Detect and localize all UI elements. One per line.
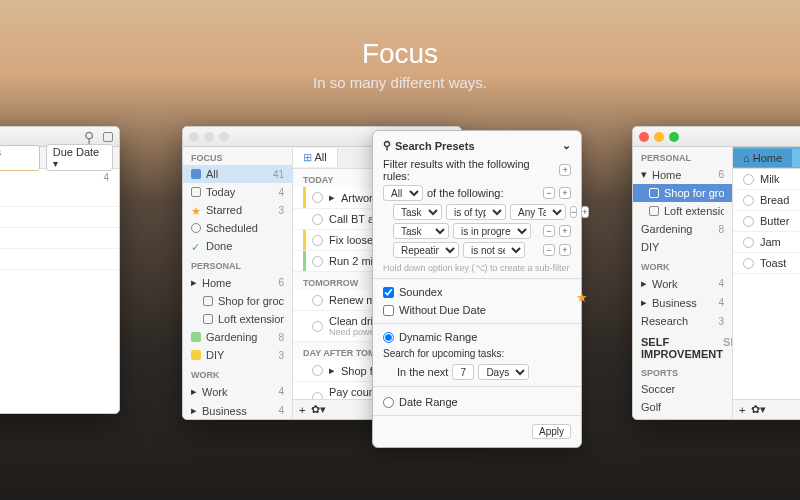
close-icon[interactable]: [639, 132, 649, 142]
minimize-icon[interactable]: [654, 132, 664, 142]
rule-all: All of the following: −+: [383, 185, 571, 201]
task-row[interactable]: Today: [0, 228, 119, 249]
sidebar-item-done[interactable]: ✓Done: [183, 237, 292, 255]
soundex-checkbox[interactable]: Soundex: [383, 283, 571, 301]
days-input[interactable]: [452, 364, 474, 380]
hint-text: Hold down option key (⌥) to create a sub…: [383, 263, 571, 273]
tabbar: ⌂ Home Shop for: [733, 147, 800, 169]
chevron-down-icon[interactable]: ⌄: [562, 139, 571, 152]
sidebar-item-golf[interactable]: Golf: [633, 398, 732, 416]
sidebar-item-diy[interactable]: DIY: [633, 238, 732, 256]
sidebar: FOCUS All41 Today4 ★Starred3 Scheduled ✓…: [183, 147, 293, 419]
sidebar-item-shop[interactable]: Shop for groceries: [633, 184, 732, 202]
field-select[interactable]: Repeating: [393, 242, 459, 258]
remove-btn[interactable]: −: [543, 225, 555, 237]
section-work: WORK: [633, 256, 732, 274]
add-btn[interactable]: +: [581, 206, 588, 218]
op-select[interactable]: is in progress: [453, 223, 531, 239]
sidebar-item-work[interactable]: ▸Work4: [183, 382, 292, 401]
list-item[interactable]: Milk: [733, 169, 800, 190]
section-work: WORK: [183, 364, 292, 382]
section-personal: PERSONAL: [183, 255, 292, 273]
rule-row: Task is of type Any Task −+: [383, 204, 571, 220]
list-item[interactable]: Bread: [733, 190, 800, 211]
count: 4: [0, 169, 119, 186]
val-select[interactable]: Any Task: [510, 204, 566, 220]
field-select[interactable]: Task: [393, 204, 442, 220]
search-icon: ⚲: [383, 139, 391, 152]
list-item[interactable]: Butter: [733, 211, 800, 232]
all-select[interactable]: All: [383, 185, 423, 201]
op-select[interactable]: is of type: [446, 204, 506, 220]
tab-home[interactable]: ⌂ Home: [733, 149, 792, 167]
titlebar: +: [633, 127, 800, 147]
sidebar-item-tennis[interactable]: Tennis: [633, 416, 732, 419]
add-icon[interactable]: +: [739, 404, 745, 416]
search-presets-popover: ⚲Search Presets⌄ Filter results with the…: [372, 130, 582, 448]
sidebar-item-work[interactable]: ▸Work4: [633, 274, 732, 293]
without-due-checkbox[interactable]: Without Due Date: [383, 301, 571, 319]
sidebar-item-home[interactable]: ▸Home6: [183, 273, 292, 292]
date-range-radio[interactable]: Date Range: [383, 393, 571, 411]
window-1: ⚲ 37 tasks hidden Due Date ▾ 4 Today Tod…: [0, 126, 120, 414]
sidebar-item-diy[interactable]: DIY3: [183, 346, 292, 364]
hidden-tasks-btn[interactable]: 37 tasks hidden: [0, 145, 40, 171]
sidebar-item-shop[interactable]: Shop for groceries: [183, 292, 292, 310]
close-icon[interactable]: [189, 132, 199, 142]
list-item[interactable]: Toast: [733, 253, 800, 274]
tab-shop[interactable]: Shop for: [792, 149, 800, 167]
remove-btn[interactable]: −: [570, 206, 577, 218]
apply-button[interactable]: Apply: [532, 424, 571, 439]
rule-row: Task is in progress −+: [383, 223, 571, 239]
task-list: 4 Today Today Today Today: [0, 169, 119, 270]
sidebar-item-loft[interactable]: Loft extension: [183, 310, 292, 328]
hero-title: Focus: [0, 38, 800, 70]
gear-icon[interactable]: ✿▾: [311, 403, 326, 416]
show-btn[interactable]: Show: [723, 336, 733, 360]
add-btn[interactable]: +: [559, 187, 571, 199]
layout-icon[interactable]: [103, 132, 113, 142]
unit-select[interactable]: Days: [478, 364, 529, 380]
sidebar-item-business[interactable]: ▸Business4: [633, 293, 732, 312]
sidebar-item-all[interactable]: All41: [183, 165, 292, 183]
add-icon[interactable]: +: [299, 404, 305, 416]
sidebar-item-starred[interactable]: ★Starred3: [183, 201, 292, 219]
task-row[interactable]: Today: [0, 249, 119, 270]
sidebar-item-home[interactable]: ▾Home6: [633, 165, 732, 184]
sidebar-item-gardening[interactable]: Gardening8: [183, 328, 292, 346]
search-icon[interactable]: ⚲: [84, 129, 94, 145]
sidebar: PERSONAL ▾Home6 Shop for groceries Loft …: [633, 147, 733, 419]
filter-label: Filter results with the following rules:…: [383, 158, 571, 182]
sidebar-item-gardening[interactable]: Gardening8: [633, 220, 732, 238]
zoom-icon[interactable]: [669, 132, 679, 142]
sidebar-item-research[interactable]: Research3: [633, 312, 732, 330]
popover-title: ⚲Search Presets⌄: [383, 139, 571, 152]
zoom-icon[interactable]: [219, 132, 229, 142]
add-rule-btn[interactable]: +: [559, 164, 571, 176]
tab-all[interactable]: ⊞ All: [293, 148, 338, 167]
list-item[interactable]: Jam: [733, 232, 800, 253]
sidebar-item-loft[interactable]: Loft extension: [633, 202, 732, 220]
sort-btn[interactable]: Due Date ▾: [46, 144, 113, 171]
upcoming-row: In the next Days: [383, 364, 571, 380]
section-personal: PERSONAL: [633, 147, 732, 165]
sidebar-item-today[interactable]: Today4: [183, 183, 292, 201]
remove-btn[interactable]: −: [543, 187, 555, 199]
add-btn[interactable]: +: [559, 225, 571, 237]
op-select[interactable]: is not set: [463, 242, 525, 258]
section-sports: SPORTS: [633, 362, 732, 380]
task-row[interactable]: Today: [0, 186, 119, 207]
section-self: SELF IMPROVEMENTShow: [633, 330, 732, 362]
gear-icon[interactable]: ✿▾: [751, 403, 766, 416]
sidebar-item-soccer[interactable]: Soccer: [633, 380, 732, 398]
remove-btn[interactable]: −: [543, 244, 555, 256]
field-select[interactable]: Task: [393, 223, 449, 239]
bottombar: + ✿▾ ⟳: [733, 399, 800, 419]
minimize-icon[interactable]: [204, 132, 214, 142]
task-row[interactable]: Today: [0, 207, 119, 228]
add-btn[interactable]: +: [559, 244, 571, 256]
dynamic-range-radio[interactable]: Dynamic Range: [383, 328, 571, 346]
hero-subtitle: In so many different ways.: [0, 74, 800, 91]
sidebar-item-scheduled[interactable]: Scheduled: [183, 219, 292, 237]
sidebar-item-business[interactable]: ▸Business4: [183, 401, 292, 419]
